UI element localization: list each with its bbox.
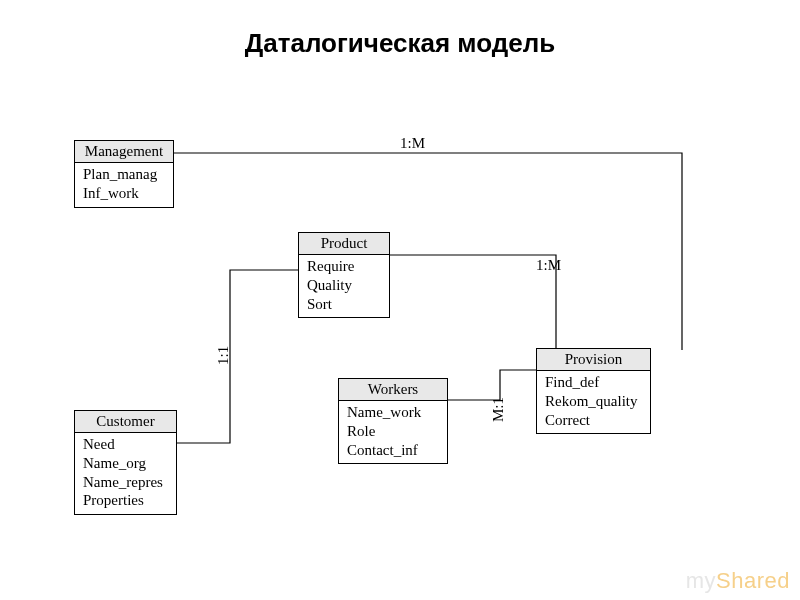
entity-attr: Plan_manag (83, 165, 165, 184)
entity-attr: Find_def (545, 373, 642, 392)
watermark-pre: my (686, 568, 716, 593)
rel-customer-product: 1:1 (215, 346, 232, 365)
entity-management-body: Plan_manag Inf_work (75, 163, 173, 207)
entity-provision-body: Find_def Rekom_quality Correct (537, 371, 650, 433)
entity-workers-body: Name_work Role Contact_inf (339, 401, 447, 463)
entity-product-header: Product (299, 233, 389, 255)
entity-workers-header: Workers (339, 379, 447, 401)
entity-customer: Customer Need Name_org Name_repres Prope… (74, 410, 177, 515)
entity-management: Management Plan_manag Inf_work (74, 140, 174, 208)
entity-workers: Workers Name_work Role Contact_inf (338, 378, 448, 464)
entity-attr: Quality (307, 276, 381, 295)
rel-workers-provision: M:1 (490, 397, 507, 422)
rel-management-provision: 1:M (400, 135, 425, 152)
entity-customer-header: Customer (75, 411, 176, 433)
entity-product: Product Require Quality Sort (298, 232, 390, 318)
entity-attr: Name_work (347, 403, 439, 422)
entity-attr: Need (83, 435, 168, 454)
entity-provision: Provision Find_def Rekom_quality Correct (536, 348, 651, 434)
watermark-accent: Shared (716, 568, 790, 593)
entity-attr: Name_org (83, 454, 168, 473)
entity-attr: Properties (83, 491, 168, 510)
entity-customer-body: Need Name_org Name_repres Properties (75, 433, 176, 514)
entity-attr: Rekom_quality (545, 392, 642, 411)
entity-management-header: Management (75, 141, 173, 163)
entity-attr: Name_repres (83, 473, 168, 492)
entity-product-body: Require Quality Sort (299, 255, 389, 317)
rel-product-provision: 1:M (536, 257, 561, 274)
entity-attr: Role (347, 422, 439, 441)
entity-provision-header: Provision (537, 349, 650, 371)
diagram-title: Даталогическая модель (0, 28, 800, 59)
entity-attr: Inf_work (83, 184, 165, 203)
entity-attr: Sort (307, 295, 381, 314)
entity-attr: Contact_inf (347, 441, 439, 460)
entity-attr: Correct (545, 411, 642, 430)
watermark: myShared (686, 568, 790, 594)
entity-attr: Require (307, 257, 381, 276)
